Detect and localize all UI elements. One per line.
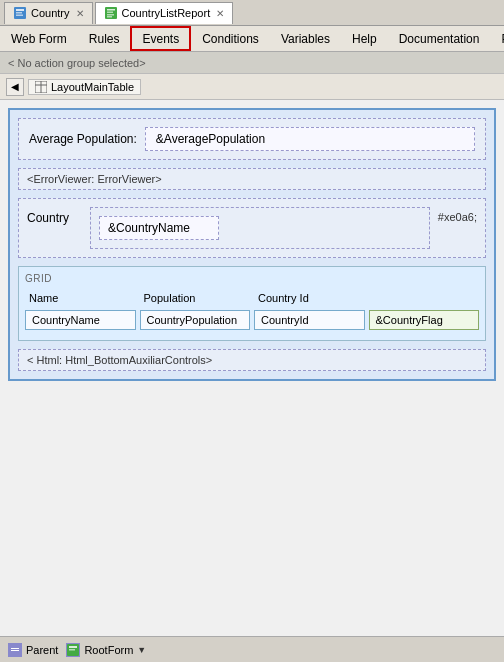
toolbar-web-form[interactable]: Web Form — [0, 26, 78, 51]
table-icon — [35, 81, 47, 93]
grid-cell-country-name: CountryName — [25, 310, 136, 330]
grid-section: GRID Name Population Country Id — [18, 266, 486, 341]
grid-cell-country-population: CountryPopulation — [140, 310, 251, 330]
grid-label: GRID — [25, 273, 479, 284]
tab-report-label: CountryListReport — [122, 7, 211, 19]
footer: Parent RootForm ▼ — [0, 636, 504, 662]
tab-bar: Country ✕ CountryListReport ✕ — [0, 0, 504, 26]
footer-parent-btn[interactable]: Parent — [8, 643, 58, 657]
avg-pop-value: &AveragePopulation — [145, 127, 475, 151]
svg-rect-2 — [16, 12, 22, 14]
svg-rect-14 — [11, 650, 19, 651]
grid-header-flag — [369, 290, 480, 306]
canvas-outer: Average Population: &AveragePopulation <… — [8, 108, 496, 381]
toolbar-conditions[interactable]: Conditions — [191, 26, 270, 51]
country-name-field: &CountryName — [99, 216, 219, 240]
grid-cell-country-id: CountryId — [254, 310, 365, 330]
country-label: Country — [27, 207, 82, 225]
layout-chip[interactable]: LayoutMainTable — [28, 79, 141, 95]
svg-rect-6 — [107, 12, 113, 14]
toolbar-patterns[interactable]: Patterns — [490, 26, 504, 51]
tab-country-label: Country — [31, 7, 70, 19]
avg-pop-label: Average Population: — [29, 132, 137, 146]
toolbar-events[interactable]: Events — [130, 26, 191, 51]
layout-chip-label: LayoutMainTable — [51, 81, 134, 93]
toolbar-rules[interactable]: Rules — [78, 26, 131, 51]
grid-header-name: Name — [25, 290, 136, 306]
error-viewer-text: <ErrorViewer: ErrorViewer> — [27, 173, 162, 185]
footer-parent-label: Parent — [26, 644, 58, 656]
tab-country[interactable]: Country ✕ — [4, 2, 93, 24]
footer-root-btn[interactable]: RootForm ▼ — [66, 643, 146, 657]
grid-cell-country-flag: &CountryFlag — [369, 310, 480, 330]
svg-rect-3 — [16, 15, 23, 17]
action-bar: < No action group selected> — [0, 52, 504, 74]
svg-rect-17 — [69, 649, 75, 651]
tab-country-close[interactable]: ✕ — [76, 8, 84, 19]
grid-data-row: CountryName CountryPopulation CountryId … — [25, 310, 479, 330]
nav-arrow-left[interactable]: ◀ — [6, 78, 24, 96]
toolbar-help[interactable]: Help — [341, 26, 388, 51]
main-canvas-area: Average Population: &AveragePopulation <… — [0, 100, 504, 662]
svg-rect-1 — [16, 9, 24, 11]
report-icon — [104, 6, 118, 20]
svg-rect-16 — [69, 646, 77, 648]
footer-arrow-icon: ▼ — [137, 645, 146, 655]
svg-rect-5 — [107, 9, 115, 11]
error-viewer-section: <ErrorViewer: ErrorViewer> — [18, 168, 486, 190]
footer-root-label: RootForm — [84, 644, 133, 656]
country-flag-text: #xe0a6; — [438, 207, 477, 223]
tab-country-list-report[interactable]: CountryListReport ✕ — [95, 2, 234, 24]
root-icon — [66, 643, 80, 657]
country-icon — [13, 6, 27, 20]
svg-rect-8 — [107, 16, 112, 18]
html-bottom-section: < Html: Html_BottomAuxiliarControls> — [18, 349, 486, 371]
country-section: Country &CountryName #xe0a6; — [18, 198, 486, 258]
svg-rect-7 — [107, 14, 114, 16]
svg-rect-13 — [11, 648, 19, 649]
layout-bar: ◀ LayoutMainTable — [0, 74, 504, 100]
tab-report-close[interactable]: ✕ — [216, 8, 224, 19]
grid-header-country-id: Country Id — [254, 290, 365, 306]
action-bar-text: < No action group selected> — [8, 57, 146, 69]
grid-headers-row: Name Population Country Id — [25, 290, 479, 306]
html-bottom-text: < Html: Html_BottomAuxiliarControls> — [27, 354, 212, 366]
toolbar: Web Form Rules Events Conditions Variabl… — [0, 26, 504, 52]
grid-header-population: Population — [140, 290, 251, 306]
toolbar-variables[interactable]: Variables — [270, 26, 341, 51]
parent-icon — [8, 643, 22, 657]
avg-population-section: Average Population: &AveragePopulation — [18, 118, 486, 160]
toolbar-documentation[interactable]: Documentation — [388, 26, 491, 51]
